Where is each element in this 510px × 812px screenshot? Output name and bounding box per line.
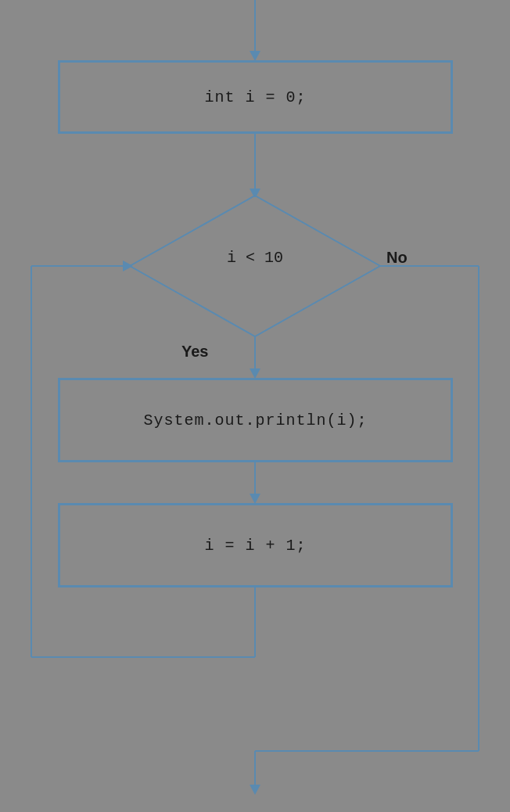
init-label: int i = 0;	[204, 88, 306, 106]
flowchart: int i = 0; i < 10 No Yes System.out.prin…	[0, 0, 510, 812]
init-box: int i = 0;	[59, 61, 452, 133]
svg-marker-1	[250, 51, 260, 61]
increment-box: i = i + 1;	[59, 504, 452, 587]
svg-marker-21	[250, 785, 260, 795]
condition-label-container: i < 10	[188, 249, 322, 267]
condition-label: i < 10	[227, 249, 283, 267]
svg-marker-7	[250, 368, 260, 379]
body-label: System.out.println(i);	[143, 411, 367, 429]
body-box: System.out.println(i);	[59, 379, 452, 462]
svg-marker-16	[123, 260, 133, 271]
no-label: No	[386, 249, 408, 267]
increment-label: i = i + 1;	[204, 537, 306, 555]
svg-marker-10	[250, 494, 260, 504]
yes-label: Yes	[181, 343, 208, 361]
